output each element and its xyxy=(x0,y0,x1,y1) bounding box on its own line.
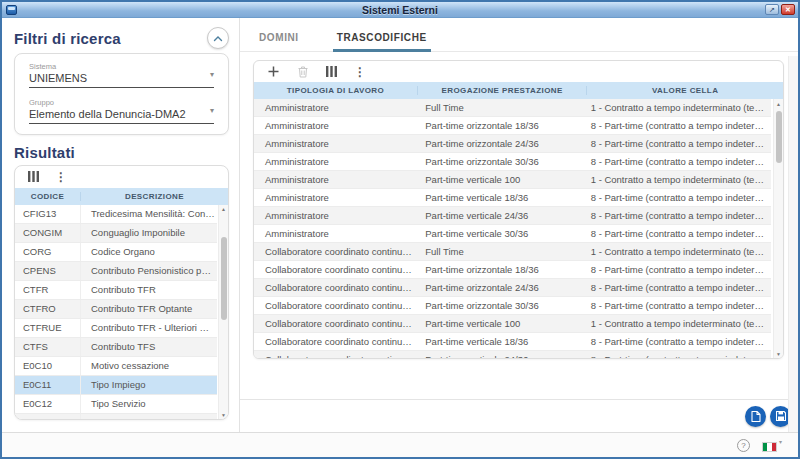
result-row-E0C12[interactable]: E0C12Tipo Servizio xyxy=(15,395,217,414)
collapse-filters-button[interactable] xyxy=(207,27,229,49)
grid-row[interactable]: AmministratorePart-time verticale 24/368… xyxy=(254,207,771,225)
table-cell: Part-time verticale 18/36 xyxy=(414,336,579,347)
close-window-button[interactable]: ✕ xyxy=(781,4,795,15)
caret-down-icon: ▾ xyxy=(210,106,214,115)
grid-row[interactable]: AmministratorePart-time orizzontale 30/3… xyxy=(254,153,771,171)
window-title: Sistemi Esterni xyxy=(2,4,798,16)
table-cell: 1 - Contratto a tempo indeterminato (tem… xyxy=(580,318,771,329)
table-cell: CTFS xyxy=(15,338,81,356)
grid-row[interactable]: AmministratorePart-time verticale 1001 -… xyxy=(254,171,771,189)
result-row-E0C10[interactable]: E0C10Motivo cessazione xyxy=(15,357,217,376)
table-cell: 8 - Part-time (contratto a tempo indeter… xyxy=(580,192,771,203)
table-cell: 8 - Part-time (contratto a tempo indeter… xyxy=(580,300,771,311)
grid-row[interactable]: AmministratorePart-time orizzontale 24/3… xyxy=(254,135,771,153)
results-scrollbar[interactable]: ▲ ▼ xyxy=(218,205,228,419)
main-panel: DOMINI TRASCODIFICHE ⋮ T xyxy=(240,18,798,432)
results-card: ⋮ CODICE DESCRIZIONE CFIG13Tredicesima M… xyxy=(14,165,229,420)
table-cell: Tipo Impiego xyxy=(81,379,217,390)
table-cell: 1 - Contratto a tempo indeterminato (tem… xyxy=(580,246,771,257)
scroll-down-icon[interactable]: ▼ xyxy=(776,349,781,358)
restore-window-button[interactable]: ↗ xyxy=(765,4,779,15)
table-cell: Full Time xyxy=(414,246,579,257)
caret-down-icon: ▾ xyxy=(210,70,214,79)
grid-row[interactable]: AmministratorePart-time orizzontale 18/3… xyxy=(254,117,771,135)
table-cell: Part-time orizzontale 24/36 xyxy=(414,138,579,149)
table-cell: Collaboratore coordinato continuativo xyxy=(254,318,414,329)
grid-row[interactable]: AmministratoreFull Time1 - Contratto a t… xyxy=(254,99,771,117)
result-row-CTFRUE[interactable]: CTFRUEContributo TFR - Ulteriori Element… xyxy=(15,319,217,338)
tipologia-column-header[interactable]: TIPOLOGIA DI LAVORO xyxy=(254,86,418,95)
table-cell: CONGIM xyxy=(15,224,81,242)
erogazione-column-header[interactable]: EROGAZIONE PRESTAZIONE xyxy=(418,86,587,95)
scrollbar-thumb[interactable] xyxy=(776,111,782,163)
codice-column-header[interactable]: CODICE xyxy=(15,192,81,201)
gruppo-value: Elemento della Denuncia-DMA2 xyxy=(29,108,214,120)
grid-scrollbar[interactable]: ▲▼ xyxy=(773,99,783,358)
more-options-icon[interactable]: ⋮ xyxy=(55,171,67,183)
grid-row[interactable]: Collaboratore coordinato continuativoFul… xyxy=(254,243,771,261)
table-cell: 8 - Part-time (contratto a tempo indeter… xyxy=(580,210,771,221)
grid-row[interactable]: AmministratorePart-time verticale 18/368… xyxy=(254,189,771,207)
table-cell: Part-time orizzontale 30/36 xyxy=(414,156,579,167)
grid-row[interactable]: AmministratorePart-time verticale 30/368… xyxy=(254,225,771,243)
table-cell: Collaboratore coordinato continuativo xyxy=(254,336,414,347)
export-document-button[interactable] xyxy=(745,406,766,427)
footer-bar: ? ▾ xyxy=(2,432,798,457)
valore-column-header[interactable]: VALORE CELLA xyxy=(587,86,783,95)
table-cell: 8 - Part-time (contratto a tempo indeter… xyxy=(580,156,771,167)
result-row-E0C11[interactable]: E0C11Tipo Impiego xyxy=(15,376,217,395)
results-table: CODICE DESCRIZIONE CFIG13Tredicesima Men… xyxy=(15,188,228,419)
titlebar: Sistemi Esterni ↗ ✕ xyxy=(2,2,798,18)
table-cell: E0C13 xyxy=(15,414,81,419)
columns-icon[interactable] xyxy=(27,170,40,183)
results-title: Risultati xyxy=(14,144,229,163)
result-row-CTFS[interactable]: CTFSContributo TFS xyxy=(15,338,217,357)
help-icon[interactable]: ? xyxy=(737,439,750,452)
sistema-label: Sistema xyxy=(29,62,214,71)
more-options-icon[interactable]: ⋮ xyxy=(354,66,366,78)
gruppo-label: Gruppo xyxy=(29,98,214,107)
grid-row[interactable]: Collaboratore coordinato continuativoPar… xyxy=(254,351,771,358)
grid-row[interactable]: Collaboratore coordinato continuativoPar… xyxy=(254,333,771,351)
result-row-CFIG13[interactable]: CFIG13Tredicesima Mensilità: Contribuzio… xyxy=(15,205,217,224)
delete-row-icon[interactable] xyxy=(296,65,309,78)
language-selector[interactable]: ▾ xyxy=(762,439,782,452)
grid-row[interactable]: Collaboratore coordinato continuativoPar… xyxy=(254,297,771,315)
table-cell: Contributo TFS xyxy=(81,341,217,352)
tab-trascodifiche[interactable]: TRASCODIFICHE xyxy=(335,32,429,51)
add-row-icon[interactable] xyxy=(267,65,280,78)
scroll-up-icon[interactable]: ▲ xyxy=(776,99,781,108)
scroll-up-icon[interactable]: ▲ xyxy=(221,205,226,214)
scroll-down-icon[interactable]: ▼ xyxy=(221,410,226,419)
table-cell: E0C10 xyxy=(15,357,81,375)
table-cell: 8 - Part-time (contratto a tempo indeter… xyxy=(580,282,771,293)
result-row-CTFRO[interactable]: CTFROContributo TFR Optante xyxy=(15,300,217,319)
result-row-CPENS[interactable]: CPENSContributo Pensionistico per il Per… xyxy=(15,262,217,281)
table-cell: Part-time verticale 100 xyxy=(414,174,579,185)
gruppo-select[interactable]: Gruppo Elemento della Denuncia-DMA2 ▾ xyxy=(29,98,214,124)
grid-row[interactable]: Collaboratore coordinato continuativoPar… xyxy=(254,315,771,333)
table-cell: Tipo Servizio xyxy=(81,398,217,409)
tab-domini[interactable]: DOMINI xyxy=(257,32,301,51)
scrollbar-thumb[interactable] xyxy=(221,237,227,319)
table-cell: Contributo TFR - Ulteriori Elementi xyxy=(81,322,217,333)
grid-row[interactable]: Collaboratore coordinato continuativoPar… xyxy=(254,261,771,279)
results-table-header: CODICE DESCRIZIONE xyxy=(15,188,228,205)
sistema-select[interactable]: Sistema UNIEMENS ▾ xyxy=(29,62,214,88)
table-cell: 8 - Part-time (contratto a tempo indeter… xyxy=(580,120,771,131)
table-cell: Amministratore xyxy=(254,228,414,239)
table-cell: Codici Tipo part-time xyxy=(81,417,217,419)
result-row-CTFR[interactable]: CTFRContributo TFR xyxy=(15,281,217,300)
actions-bar xyxy=(240,399,798,432)
table-cell: E0C12 xyxy=(15,395,81,413)
descrizione-column-header[interactable]: DESCRIZIONE xyxy=(81,192,228,201)
table-cell: Conguaglio Imponibile xyxy=(81,227,217,238)
table-cell: Full Time xyxy=(414,102,579,113)
result-row-CONGIM[interactable]: CONGIMConguaglio Imponibile xyxy=(15,224,217,243)
table-cell: Amministratore xyxy=(254,120,414,131)
grid-row[interactable]: Collaboratore coordinato continuativoPar… xyxy=(254,279,771,297)
table-cell: CFIG13 xyxy=(15,205,81,223)
result-row-CORG[interactable]: CORGCodice Organo xyxy=(15,243,217,262)
columns-icon[interactable] xyxy=(325,65,338,78)
result-row-E0C13[interactable]: E0C13Codici Tipo part-time xyxy=(15,414,217,419)
